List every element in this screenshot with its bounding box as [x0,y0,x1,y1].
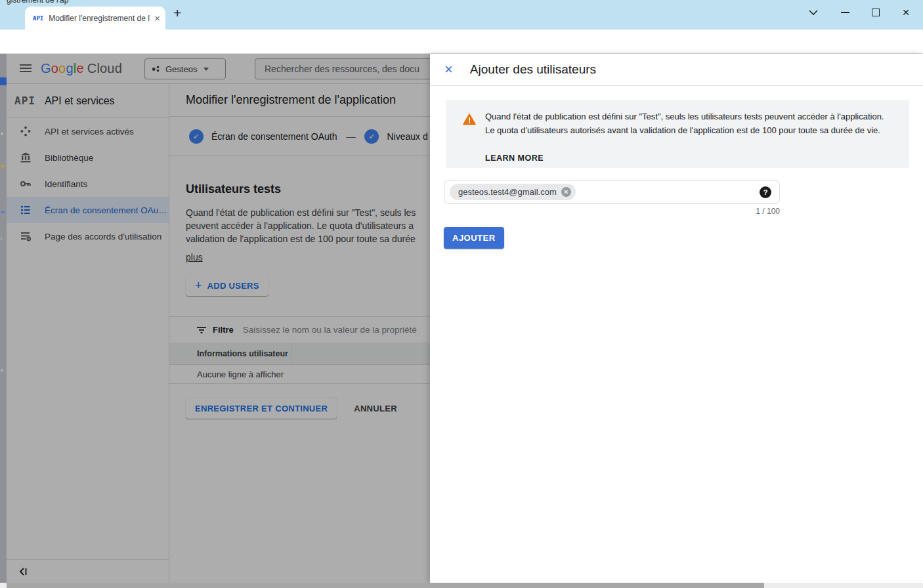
scrollbar-thumb[interactable] [7,583,764,588]
window-maximize-button[interactable] [867,5,884,20]
window-close-button[interactable]: × [897,5,914,20]
horizontal-scrollbar[interactable] [0,583,923,588]
help-icon[interactable]: ? [760,186,771,198]
warning-text: Quand l'état de publication est défini s… [485,110,884,137]
add-users-panel: × Ajouter des utilisateurs Quand l'état … [430,54,923,583]
warning-box: Quand l'état de publication est défini s… [446,100,909,168]
add-button[interactable]: AJOUTER [444,227,504,249]
window-minimize-button[interactable] [836,5,853,20]
background-window-title-fragment: gistrement de l'ap [7,0,105,6]
browser-tab-strip: API Modifier l'enregistrement de l'ap × … [0,0,923,30]
email-chip[interactable]: gesteos.test4@gmail.com ✕ [450,184,576,200]
browser-toolbar [0,30,923,54]
email-chip-text: gesteos.test4@gmail.com [458,187,557,197]
emails-input[interactable]: gesteos.test4@gmail.com ✕ ? [444,180,780,204]
user-count: 1 / 100 [444,207,780,216]
learn-more-button[interactable]: LEARN MORE [485,154,544,163]
chip-remove-icon[interactable]: ✕ [561,187,571,197]
warning-triangle-icon [463,114,476,125]
window-chevron-down-icon[interactable] [805,5,822,20]
background-window-strip: el s [0,0,7,588]
new-tab-button[interactable]: + [173,5,181,21]
panel-close-icon[interactable]: × [444,62,453,77]
tab-title: Modifier l'enregistrement de l'ap [49,14,150,23]
panel-title: Ajouter des utilisateurs [470,62,596,77]
tab-favicon: API [33,15,43,22]
panel-header: × Ajouter des utilisateurs [430,54,923,86]
browser-tab[interactable]: API Modifier l'enregistrement de l'ap × [25,7,165,30]
tab-close-icon[interactable]: × [154,13,160,23]
scrim-overlay[interactable] [7,54,430,583]
